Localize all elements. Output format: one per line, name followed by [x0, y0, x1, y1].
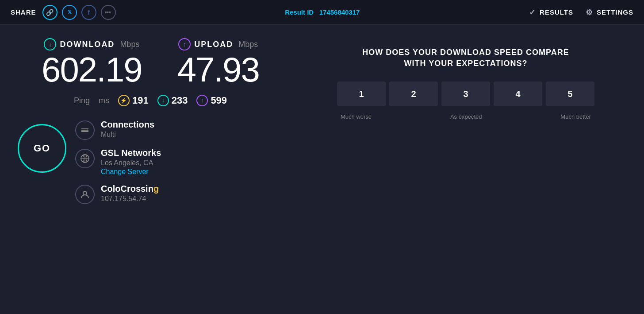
settings-nav-label: SETTINGS [597, 8, 633, 16]
server-location: Los Angeles, CA [101, 159, 161, 167]
result-id-container: Result ID 17456840317 [285, 8, 360, 16]
settings-nav-button[interactable]: ⚙ SETTINGS [586, 8, 633, 17]
ping-jitter: ⚡ 191 [118, 95, 149, 106]
network-row: GSL Networks Los Angeles, CA Change Serv… [75, 148, 161, 176]
result-id-label: Result ID [285, 8, 314, 16]
compare-question: HOW DOES YOUR DOWNLOAD SPEED COMPARE WIT… [355, 47, 576, 69]
isp-row: ColoCrossing 107.175.54.74 [75, 184, 161, 204]
change-server-link[interactable]: Change Server [101, 168, 161, 176]
link-share-button[interactable]: 🔗 [42, 5, 58, 20]
right-panel: HOW DOES YOUR DOWNLOAD SPEED COMPARE WIT… [301, 34, 644, 305]
ping-row: Ping ms ⚡ 191 ↓ 233 ↑ 599 [74, 95, 227, 106]
rating-label-worse: Much worse [341, 113, 372, 120]
facebook-share-button[interactable]: f [81, 5, 96, 20]
ping-label: Ping [74, 96, 90, 105]
network-name: GSL Networks [101, 148, 161, 158]
connections-icon [75, 120, 95, 140]
globe-icon [75, 149, 95, 168]
rating-3-button[interactable]: 3 [441, 81, 490, 106]
isp-ip: 107.175.54.74 [101, 195, 159, 203]
server-details: Connections Multi [75, 120, 161, 204]
results-checkmark-icon: ✓ [529, 8, 536, 17]
connections-value: Multi [101, 131, 154, 139]
network-text: GSL Networks Los Angeles, CA Change Serv… [101, 148, 161, 176]
server-info: GO Connections [18, 120, 283, 204]
settings-gear-icon: ⚙ [586, 8, 593, 17]
ping-unit: ms [99, 96, 109, 105]
download-header: ↓ DOWNLOAD Mbps [44, 38, 139, 50]
left-panel: ↓ DOWNLOAD Mbps 602.19 ↑ UPLOAD Mbps 47.… [0, 34, 301, 305]
result-id-value[interactable]: 17456840317 [319, 8, 360, 16]
top-bar-right: ✓ RESULTS ⚙ SETTINGS [529, 8, 633, 17]
ping-upload: ↑ 599 [196, 95, 227, 106]
share-label: SHARE [11, 8, 36, 16]
upload-icon: ↑ [178, 38, 191, 50]
rating-label-expected: As expected [450, 113, 482, 120]
rating-buttons: 1 2 3 4 5 [337, 81, 594, 106]
main-content: ↓ DOWNLOAD Mbps 602.19 ↑ UPLOAD Mbps 47.… [0, 25, 644, 314]
rating-4-button[interactable]: 4 [494, 81, 542, 106]
jitter-value: 191 [132, 95, 149, 106]
go-button[interactable]: GO [18, 124, 66, 173]
connections-text: Connections Multi [101, 120, 154, 139]
download-value: 602.19 [42, 52, 142, 87]
download-metric: ↓ DOWNLOAD Mbps 602.19 [42, 38, 142, 87]
speed-metrics: ↓ DOWNLOAD Mbps 602.19 ↑ UPLOAD Mbps 47.… [42, 38, 259, 87]
rating-1-button[interactable]: 1 [337, 81, 386, 106]
ping-download: ↓ 233 [157, 95, 188, 106]
jitter-icon: ⚡ [118, 95, 130, 106]
results-nav-label: RESULTS [540, 8, 573, 16]
twitter-share-button[interactable]: 𝕏 [62, 5, 77, 20]
svg-point-9 [83, 191, 87, 195]
upload-value: 47.93 [177, 52, 259, 87]
upload-metric: ↑ UPLOAD Mbps 47.93 [177, 38, 259, 87]
results-nav-button[interactable]: ✓ RESULTS [529, 8, 573, 17]
download-unit: Mbps [120, 40, 139, 49]
top-bar-left: SHARE 🔗 𝕏 f ••• [11, 5, 116, 20]
download-icon: ↓ [44, 38, 56, 50]
rating-label-better: Much better [560, 113, 591, 120]
upload-header: ↑ UPLOAD Mbps [178, 38, 258, 50]
user-icon [75, 185, 95, 204]
download-label: DOWNLOAD [60, 40, 115, 49]
rating-2-button[interactable]: 2 [389, 81, 438, 106]
isp-name: ColoCrossing [101, 184, 159, 194]
upload-ping-icon: ↑ [196, 95, 208, 106]
more-share-button[interactable]: ••• [101, 5, 116, 20]
download-ping-value: 233 [172, 95, 188, 106]
upload-ping-value: 599 [211, 95, 227, 106]
connections-title: Connections [101, 120, 154, 130]
upload-unit: Mbps [238, 40, 258, 49]
rating-labels: Much worse As expected Much better [341, 113, 591, 120]
top-bar: SHARE 🔗 𝕏 f ••• Result ID 17456840317 ✓ … [0, 0, 644, 25]
isp-text: ColoCrossing 107.175.54.74 [101, 184, 159, 203]
connections-row: Connections Multi [75, 120, 161, 140]
download-ping-icon: ↓ [157, 95, 169, 106]
upload-label: UPLOAD [194, 40, 233, 49]
rating-5-button[interactable]: 5 [546, 81, 594, 106]
